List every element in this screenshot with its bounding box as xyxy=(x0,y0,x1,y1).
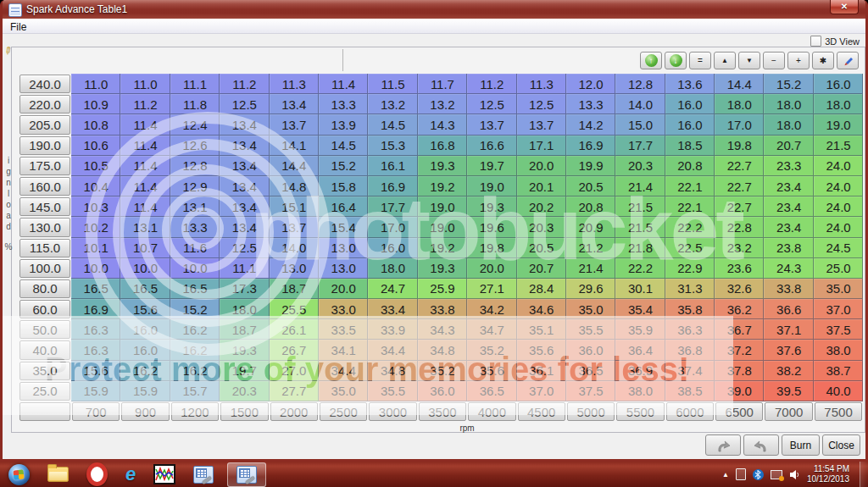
row-header[interactable]: 35.0 xyxy=(19,362,70,380)
table-cell[interactable]: 16.2 xyxy=(170,340,220,360)
table-cell[interactable]: 34.3 xyxy=(418,319,467,340)
table-cell[interactable]: 24.3 xyxy=(764,258,813,279)
table-cell[interactable]: 17.0 xyxy=(368,217,417,237)
table-cell[interactable]: 29.6 xyxy=(566,279,615,299)
table-cell[interactable]: 22.1 xyxy=(665,196,715,217)
table-cell[interactable]: 23.4 xyxy=(764,196,813,217)
table-cell[interactable]: 11.2 xyxy=(220,74,269,94)
table-cell[interactable]: 36.9 xyxy=(615,361,665,381)
table-cell[interactable]: 36.4 xyxy=(615,340,665,360)
table-cell[interactable]: 14.2 xyxy=(566,114,615,135)
table-cell[interactable]: 12.5 xyxy=(220,238,269,258)
tuner-app-icon[interactable] xyxy=(193,466,214,484)
table-cell[interactable]: 22.7 xyxy=(715,156,764,176)
row-header[interactable]: 40.0 xyxy=(19,340,70,359)
table-cell[interactable]: 15.7 xyxy=(170,381,220,401)
table-cell[interactable]: 13.3 xyxy=(566,94,615,114)
column-header[interactable]: 1500 xyxy=(220,402,268,421)
table-cell[interactable]: 16.2 xyxy=(170,319,220,340)
table-cell[interactable]: 34.6 xyxy=(517,299,566,319)
table-cell[interactable]: 15.4 xyxy=(319,217,368,237)
table-cell[interactable]: 25.5 xyxy=(270,299,319,319)
table-cell[interactable]: 37.8 xyxy=(715,361,764,381)
table-cell[interactable]: 33.8 xyxy=(418,299,467,319)
table-cell[interactable]: 38.2 xyxy=(764,361,813,381)
undo-button[interactable] xyxy=(705,434,741,456)
table-cell[interactable]: 22.2 xyxy=(615,258,665,279)
table-cell[interactable]: 37.5 xyxy=(566,381,615,401)
table-cell[interactable]: 22.2 xyxy=(665,217,715,237)
table-cell[interactable]: 20.3 xyxy=(220,381,269,401)
table-cell[interactable]: 13.2 xyxy=(368,94,417,114)
table-cell[interactable]: 13.4 xyxy=(220,156,269,176)
table-cell[interactable]: 13.7 xyxy=(270,114,319,135)
table-cell[interactable]: 26.7 xyxy=(270,340,319,360)
table-cell[interactable]: 18.0 xyxy=(220,299,269,319)
table-cell[interactable]: 10.2 xyxy=(71,217,120,237)
table-cell[interactable]: 10.0 xyxy=(170,258,220,279)
table-cell[interactable]: 22.5 xyxy=(665,238,715,258)
table-cell[interactable]: 13.7 xyxy=(270,217,319,237)
table-cell[interactable]: 11.2 xyxy=(120,94,170,114)
table-cell[interactable]: 20.0 xyxy=(319,279,368,299)
table-cell[interactable]: 36.7 xyxy=(715,319,764,340)
table-cell[interactable]: 18.0 xyxy=(764,114,813,135)
table-cell[interactable]: 35.5 xyxy=(566,319,615,340)
table-cell[interactable]: 11.6 xyxy=(170,238,220,258)
table-cell[interactable]: 19.0 xyxy=(418,196,467,217)
table-cell[interactable]: 24.0 xyxy=(814,217,863,237)
table-cell[interactable]: 36.0 xyxy=(418,381,467,401)
table-cell[interactable]: 12.8 xyxy=(170,156,220,176)
row-header[interactable]: 80.0 xyxy=(19,279,70,298)
table-cell[interactable]: 13.7 xyxy=(517,114,566,135)
table-cell[interactable]: 10.0 xyxy=(71,258,120,279)
table-cell[interactable]: 36.5 xyxy=(566,361,615,381)
column-header[interactable]: 2000 xyxy=(270,402,318,421)
table-cell[interactable]: 20.7 xyxy=(517,258,566,279)
table-cell[interactable]: 11.0 xyxy=(71,74,120,94)
row-header[interactable]: 190.0 xyxy=(19,136,70,155)
table-cell[interactable]: 40.0 xyxy=(814,381,863,401)
table-cell[interactable]: 14.5 xyxy=(368,114,417,135)
chart-app-icon[interactable] xyxy=(153,464,175,484)
table-cell[interactable]: 17.1 xyxy=(517,136,566,156)
table-cell[interactable]: 17.7 xyxy=(368,196,417,217)
table-cell[interactable]: 24.0 xyxy=(814,156,863,176)
table-cell[interactable]: 35.6 xyxy=(517,340,566,360)
table-cell[interactable]: 11.4 xyxy=(120,114,170,135)
table-cell[interactable]: 15.9 xyxy=(71,381,120,401)
table-cell[interactable]: 19.0 xyxy=(418,217,467,237)
table-cell[interactable]: 35.2 xyxy=(467,340,516,360)
title-bar[interactable]: Spark Advance Table1 ✕ xyxy=(3,0,865,19)
table-cell[interactable]: 23.4 xyxy=(764,176,813,196)
table-cell[interactable]: 13.4 xyxy=(220,217,269,237)
column-header[interactable]: 700 xyxy=(72,402,120,421)
table-cell[interactable]: 16.5 xyxy=(120,279,170,299)
table-cell[interactable]: 34.1 xyxy=(319,340,368,360)
table-cell[interactable]: 35.5 xyxy=(368,381,417,401)
table-cell[interactable]: 20.0 xyxy=(467,258,516,279)
table-cell[interactable]: 38.5 xyxy=(665,381,715,401)
table-cell[interactable]: 12.5 xyxy=(467,94,516,114)
row-header[interactable]: 220.0 xyxy=(19,95,70,113)
table-cell[interactable]: 36.2 xyxy=(715,299,764,319)
table-cell[interactable]: 16.0 xyxy=(814,74,863,94)
table-cell[interactable]: 33.8 xyxy=(764,279,813,299)
row-header[interactable]: 145.0 xyxy=(19,197,70,216)
table-cell[interactable]: 18.0 xyxy=(814,94,863,114)
table-cell[interactable]: 19.3 xyxy=(467,196,516,217)
table-cell[interactable]: 10.3 xyxy=(71,196,120,217)
toolbar-scale-button[interactable]: ✱ xyxy=(812,52,834,69)
table-cell[interactable]: 16.0 xyxy=(665,114,715,135)
table-cell[interactable]: 35.0 xyxy=(319,381,368,401)
table-cell[interactable]: 36.3 xyxy=(665,319,715,340)
table-cell[interactable]: 15.8 xyxy=(319,176,368,196)
toolbar-decrease-button[interactable]: ▼ xyxy=(738,52,760,69)
table-cell[interactable]: 16.1 xyxy=(368,156,417,176)
menu-file[interactable]: File xyxy=(3,20,34,34)
table-cell[interactable]: 20.1 xyxy=(517,176,566,196)
table-cell[interactable]: 21.2 xyxy=(566,238,615,258)
table-cell[interactable]: 31.3 xyxy=(665,279,715,299)
table-cell[interactable]: 39.0 xyxy=(715,381,764,401)
table-cell[interactable]: 13.4 xyxy=(220,136,269,156)
